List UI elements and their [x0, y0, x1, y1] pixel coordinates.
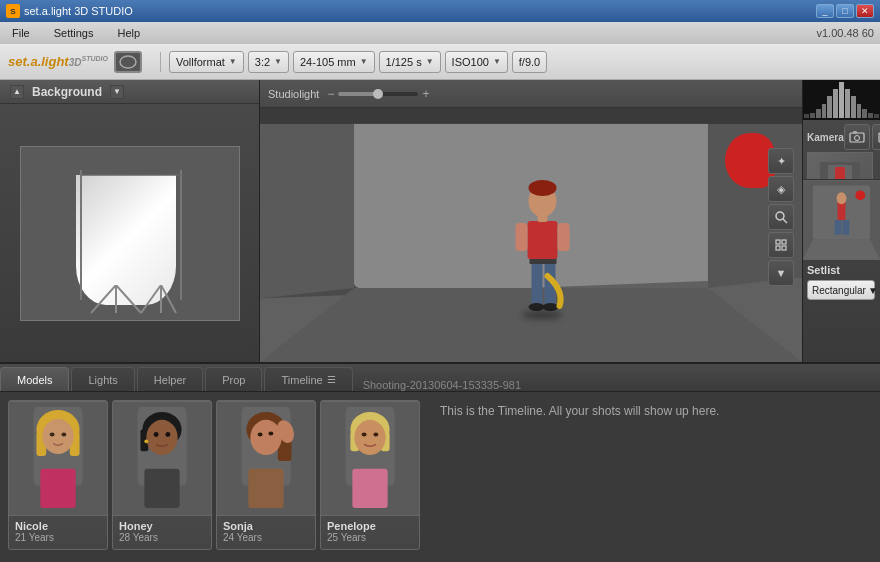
top-toolbar: set.a.light3DSTUDIO Vollformat ▼ 3:2 ▼ 2…	[0, 44, 880, 80]
model-image-penelope	[321, 401, 419, 516]
svg-point-54	[855, 190, 865, 200]
dropdown-arrow-2: ▼	[274, 57, 282, 66]
logo-area: set.a.light3DSTUDIO	[8, 51, 142, 73]
tab-helper[interactable]: Helper	[137, 367, 203, 391]
svg-rect-17	[260, 108, 802, 124]
character-shadow	[522, 311, 562, 319]
svg-point-88	[362, 433, 367, 437]
slider-min-icon[interactable]: −	[327, 87, 334, 101]
hist-bar-7	[845, 89, 850, 118]
viewport: Studiolight − +	[260, 80, 802, 362]
separator-1	[160, 52, 161, 72]
camera-label: Kamera	[807, 132, 844, 143]
honey-avatar	[113, 401, 211, 516]
slider-fill	[338, 92, 378, 96]
window-title: set.a.light 3D STUDIO	[24, 5, 133, 17]
hist-bar-6	[839, 82, 844, 118]
setlist-section: Setlist Rectangular ▼	[803, 260, 880, 304]
scroll-down-btn[interactable]: ▼	[110, 85, 124, 99]
nav-extra-btn[interactable]: ▼	[768, 260, 794, 286]
dropdown-arrow-3: ▼	[360, 57, 368, 66]
tab-timeline[interactable]: Timeline ☰	[264, 367, 352, 391]
brightness-slider-container: − +	[327, 87, 429, 101]
svg-point-62	[61, 433, 66, 437]
model-info-honey: Honey 28 Years	[113, 516, 211, 547]
menu-file[interactable]: File	[6, 25, 36, 41]
menu-help[interactable]: Help	[111, 25, 146, 41]
setlist-arrow: ▼	[868, 285, 878, 296]
logo-text: set.a.light3DSTUDIO	[8, 54, 108, 69]
hist-bar-10	[862, 109, 867, 118]
model-info-sonja: Sonja 24 Years	[217, 516, 315, 547]
tab-prop[interactable]: Prop	[205, 367, 262, 391]
iso-dropdown[interactable]: ISO100 ▼	[445, 51, 508, 73]
svg-rect-52	[835, 220, 842, 235]
minimize-button[interactable]: _	[816, 4, 834, 18]
svg-rect-33	[776, 246, 780, 250]
slider-max-icon[interactable]: +	[422, 87, 429, 101]
timeline-area: This is the Timeline. All your shots wil…	[428, 392, 880, 562]
model-card-honey[interactable]: Honey 28 Years	[112, 400, 212, 550]
hist-bar-4	[827, 96, 832, 118]
app-icon: S	[6, 4, 20, 18]
maximize-button[interactable]: □	[836, 4, 854, 18]
svg-point-37	[854, 136, 859, 141]
menu-settings[interactable]: Settings	[48, 25, 100, 41]
viewport-toolbar: Studiolight − +	[260, 80, 802, 108]
model-card-penelope[interactable]: Penelope 25 Years	[320, 400, 420, 550]
main-container: set.a.light3DSTUDIO Vollformat ▼ 3:2 ▼ 2…	[0, 44, 880, 562]
model-age-penelope: 25 Years	[327, 532, 413, 543]
panel-header: ▲ Background ▼	[0, 80, 259, 104]
nav-controls: ✦ ◈	[768, 148, 794, 286]
scroll-up-btn[interactable]: ▲	[10, 85, 24, 99]
camera-preview	[807, 152, 873, 180]
nav-rotate-btn[interactable]: ◈	[768, 176, 794, 202]
nav-move-btn[interactable]: ✦	[768, 148, 794, 174]
shutter-dropdown[interactable]: 1/125 s ▼	[379, 51, 441, 73]
dropdown-arrow-4: ▼	[426, 57, 434, 66]
timeline-icon: ☰	[327, 374, 336, 385]
svg-point-51	[837, 192, 847, 204]
brightness-slider[interactable]	[338, 92, 418, 96]
tab-lights[interactable]: Lights	[71, 367, 134, 391]
svg-marker-15	[260, 108, 354, 299]
histogram-area: Kamera	[803, 80, 880, 180]
svg-point-89	[373, 433, 378, 437]
hist-bar-0	[804, 114, 809, 118]
bottom-panel: Models Lights Helper Prop Timeline ☰ Sho…	[0, 362, 880, 562]
dropdown-arrow-5: ▼	[493, 57, 501, 66]
model-card-nicole[interactable]: Nicole 21 Years	[8, 400, 108, 550]
aperture-display[interactable]: f/9.0	[512, 51, 547, 73]
bottom-content: Nicole 21 Years	[0, 392, 880, 562]
title-bar: S set.a.light 3D STUDIO _ □ ✕	[0, 0, 880, 22]
nav-zoom-btn[interactable]	[768, 204, 794, 230]
svg-point-77	[250, 420, 281, 455]
camera-icon-2[interactable]	[872, 124, 880, 150]
svg-point-70	[165, 432, 170, 437]
slider-thumb	[373, 89, 383, 99]
svg-rect-63	[40, 469, 75, 508]
close-button[interactable]: ✕	[856, 4, 874, 18]
camera-icon-1[interactable]	[844, 124, 870, 150]
menu-bar: File Settings Help v1.00.48 60	[0, 22, 880, 44]
camera-format-dropdown[interactable]: Vollformat ▼	[169, 51, 244, 73]
timeline-hint: This is the Timeline. All your shots wil…	[440, 404, 719, 418]
model-name-penelope: Penelope	[327, 520, 413, 532]
tab-models[interactable]: Models	[0, 367, 69, 391]
svg-rect-44	[835, 167, 845, 180]
hist-bar-8	[851, 96, 856, 118]
hist-bar-3	[822, 104, 827, 118]
ratio-dropdown[interactable]: 3:2 ▼	[248, 51, 289, 73]
histogram-chart	[803, 80, 880, 120]
left-panel: ▲ Background ▼	[0, 80, 260, 362]
model-card-sonja[interactable]: Sonja 24 Years	[216, 400, 316, 550]
sonja-avatar	[217, 401, 315, 516]
setlist-dropdown[interactable]: Rectangular ▼	[807, 280, 875, 300]
svg-rect-53	[842, 220, 849, 235]
nav-frame-btn[interactable]	[768, 232, 794, 258]
scene-3d[interactable]: ✦ ◈	[260, 108, 802, 362]
hist-bar-5	[833, 89, 838, 118]
hist-bar-11	[868, 113, 873, 118]
penelope-avatar	[321, 401, 419, 516]
lens-dropdown[interactable]: 24-105 mm ▼	[293, 51, 375, 73]
